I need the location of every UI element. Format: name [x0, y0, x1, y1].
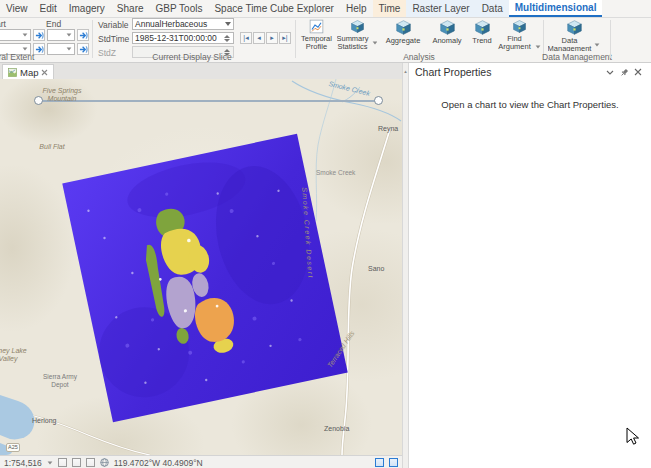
start-date-combobox[interactable]: [0, 29, 31, 41]
previous-slice-button[interactable]: ◂: [253, 32, 265, 44]
blue-arrow-icon: [35, 45, 44, 54]
chart-properties-pane: Chart Properties: [409, 63, 651, 468]
tab-view[interactable]: View: [0, 0, 34, 17]
first-slice-button[interactable]: |◂: [240, 32, 252, 44]
selection-tool-icon[interactable]: [58, 458, 67, 467]
find-argument-statistics-button[interactable]: Find Argument St..: [497, 18, 541, 51]
tab-gbp-tools[interactable]: GBP Tools: [150, 0, 209, 17]
map-icon: [8, 68, 17, 77]
variable-combobox[interactable]: AnnualHerbaceous: [132, 18, 234, 30]
dropdown-arrow-icon: [595, 43, 600, 46]
layout-view-icon[interactable]: [389, 458, 398, 467]
chart-properties-body: Open a chart to view the Chart Propertie…: [409, 81, 651, 468]
map-scale-control[interactable]: 1:754,516: [4, 458, 53, 468]
tab-imagery[interactable]: Imagery: [63, 0, 111, 17]
snapping-tool-icon[interactable]: [72, 458, 81, 467]
dropdown-arrow-icon: [372, 41, 377, 44]
end-time-combobox[interactable]: [47, 43, 75, 55]
temporal-profile-icon: [309, 19, 324, 34]
tab-raster-layer[interactable]: Raster Layer: [406, 0, 475, 17]
blue-arrow-icon: [35, 31, 44, 40]
data-management-button[interactable]: Data Management: [548, 18, 600, 51]
time-slider-handle-start[interactable]: [34, 96, 43, 105]
end-sync-button[interactable]: [77, 29, 89, 41]
main-area: Map: [0, 63, 651, 468]
summary-statistics-icon: [350, 19, 365, 34]
group-separator: [92, 20, 93, 58]
dropdown-arrow-icon: [23, 33, 28, 36]
data-management-group-label: Data Management: [542, 52, 612, 62]
pane-splitter[interactable]: ▴: [402, 63, 409, 468]
open-table-icon[interactable]: [375, 458, 384, 467]
close-icon[interactable]: [41, 69, 48, 76]
last-slice-button[interactable]: ▸|: [279, 32, 291, 44]
tab-edit[interactable]: Edit: [34, 0, 63, 17]
ribbon: Start End Temporal Extent Variable Annua…: [0, 18, 651, 63]
find-argument-statistics-icon: [512, 19, 527, 34]
temporal-profile-label: Temporal Profile: [301, 35, 332, 51]
group-separator: [295, 20, 296, 58]
road-shield-label: A25: [6, 443, 20, 452]
dropdown-arrow-icon: [67, 33, 72, 36]
lake-polygon: [0, 395, 34, 439]
variable-value: AnnualHerbaceous: [135, 19, 207, 29]
raster-overlay: [62, 134, 347, 423]
start-now-button[interactable]: [33, 43, 45, 55]
next-slice-button[interactable]: ▸: [266, 32, 278, 44]
aggregate-label: Aggregate: [386, 37, 421, 45]
dropdown-arrow-icon: [23, 47, 28, 50]
aggregate-button[interactable]: Aggregate: [381, 18, 425, 51]
map-status-bar: 1:754,516 119.4702°W 40.4909°N: [0, 455, 402, 468]
road-line: [342, 129, 390, 455]
close-icon: [634, 68, 642, 76]
tab-multidimensional[interactable]: Multidimensional: [509, 0, 603, 17]
stdz-label: StdZ: [98, 48, 116, 58]
dropdown-arrow-icon: [67, 47, 72, 50]
temporal-profile-button[interactable]: Temporal Profile: [298, 18, 335, 51]
analysis-group-label: Analysis: [403, 52, 435, 62]
chevron-down-icon: [606, 70, 614, 75]
variable-label: Variable: [98, 20, 129, 30]
start-sync-button[interactable]: [33, 29, 45, 41]
anomaly-icon: [439, 19, 456, 36]
pin-icon: [620, 68, 629, 77]
stdtime-combobox[interactable]: 1985-12-31T00:00:00: [132, 32, 234, 44]
trend-icon: [474, 19, 491, 36]
time-slider-track[interactable]: [38, 100, 380, 102]
trend-button[interactable]: Trend: [467, 18, 497, 51]
map-tab-label: Map: [20, 67, 38, 78]
dropdown-arrow-icon: [536, 45, 541, 48]
time-slider-handle-end[interactable]: [374, 96, 383, 105]
dropdown-arrow-icon: [47, 461, 52, 464]
tab-time[interactable]: Time: [373, 0, 407, 17]
collapse-arrow-icon[interactable]: ▴: [403, 68, 408, 74]
end-now-button[interactable]: [77, 43, 89, 55]
summary-statistics-button[interactable]: Summary Statistics: [337, 18, 377, 51]
stdtime-label: StdTime: [98, 34, 129, 44]
current-display-slice-group-label: Current Display Slice: [152, 52, 231, 62]
group-separator: [610, 20, 611, 58]
stdtime-value: 1985-12-31T00:00:00: [135, 33, 217, 43]
data-management-icon: [566, 19, 583, 36]
data-management-label: Data Management: [548, 37, 591, 51]
cursor-coordinates: 119.4702°W 40.4909°N: [114, 458, 203, 468]
tab-space-time-cube-explorer[interactable]: Space Time Cube Explorer: [208, 0, 340, 17]
anomaly-button[interactable]: Anomaly: [427, 18, 467, 51]
map-graphics: [0, 79, 402, 455]
end-label: End: [46, 19, 61, 29]
globe-icon: [100, 458, 109, 467]
tab-share[interactable]: Share: [111, 0, 150, 17]
pane-pin-button[interactable]: [617, 65, 631, 79]
tab-data[interactable]: Data: [476, 0, 509, 17]
spinner-icon[interactable]: [224, 35, 231, 42]
map-viewport[interactable]: Five Springs Mountain Bull Flat Smoke Cr…: [0, 79, 402, 455]
pane-menu-button[interactable]: [603, 65, 617, 79]
chart-properties-header: Chart Properties: [409, 63, 651, 81]
tab-help[interactable]: Help: [340, 0, 373, 17]
blue-arrow-icon: [79, 45, 88, 54]
end-date-combobox[interactable]: [47, 29, 75, 41]
map-view-tab[interactable]: Map: [2, 64, 54, 80]
ribbon-tab-bar: View Edit Imagery Share GBP Tools Space …: [0, 0, 651, 18]
grid-tool-icon[interactable]: [86, 458, 95, 467]
pane-close-button[interactable]: [631, 65, 645, 79]
